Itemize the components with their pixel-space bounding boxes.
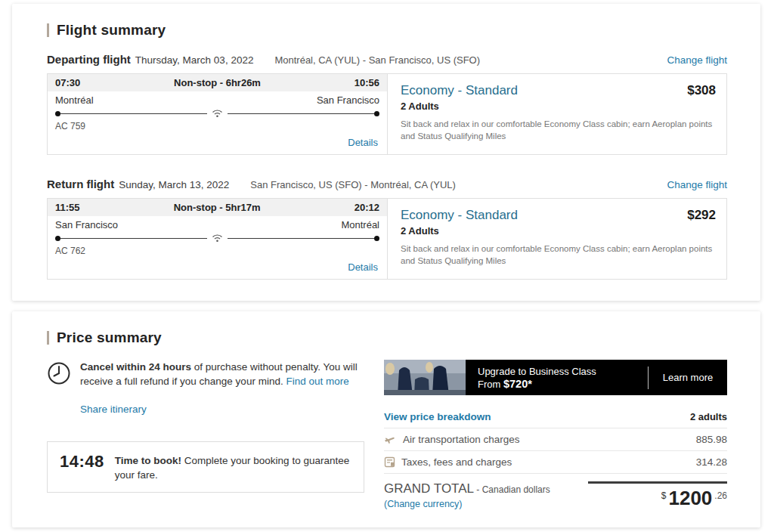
- flight-number: AC 759: [48, 119, 387, 131]
- upgrade-banner[interactable]: Upgrade to Business Class From $720* Lea…: [384, 360, 727, 395]
- destination-dot: [374, 236, 379, 241]
- fare-description: Sit back and relax in our comfortable Ec…: [401, 119, 716, 142]
- fare-passengers: 2 Adults: [401, 101, 716, 112]
- origin-city: San Francisco: [55, 219, 118, 230]
- return-cities-row: San Francisco Montréal: [48, 216, 387, 230]
- arrival-time: 10:56: [354, 77, 379, 88]
- return-flight-date: Sunday, March 13, 2022: [119, 179, 229, 190]
- origin-dot: [55, 236, 60, 241]
- cancel-policy-text: Cancel within 24 hours of purchase witho…: [80, 360, 364, 388]
- fare-price: $308: [687, 83, 716, 98]
- return-details-link[interactable]: Details: [348, 261, 378, 273]
- origin-dot: [55, 111, 60, 116]
- cancel-policy-row: Cancel within 24 hours of purchase witho…: [47, 360, 364, 388]
- grand-total-row: GRAND TOTAL - Canadian dollars (Change c…: [384, 481, 727, 510]
- change-currency-link[interactable]: (Change currency): [384, 499, 463, 509]
- price-summary-heading: Price summary: [47, 329, 727, 346]
- return-times-row: 11:55 Non-stop - 5hr17m 20:12: [48, 199, 387, 216]
- time-to-book-bold: Time to book!: [115, 455, 181, 466]
- route-rail: [60, 238, 207, 239]
- stop-duration-info: Non-stop - 6hr26m: [174, 77, 261, 88]
- booking-countdown-timer: 14:48: [60, 452, 104, 472]
- wifi-icon: [212, 234, 223, 243]
- destination-city: San Francisco: [317, 94, 379, 106]
- fare-class-name: Economy - Standard: [401, 208, 518, 223]
- heading-accent-bar: [47, 331, 49, 345]
- route-rail: [228, 113, 374, 114]
- currency-symbol: $: [661, 490, 667, 501]
- find-out-more-link[interactable]: Find out more: [286, 376, 348, 387]
- clock-icon: [47, 360, 71, 388]
- return-fare-panel: Economy - Standard $292 2 Adults Sit bac…: [388, 199, 726, 279]
- time-to-book-box: 14:48 Time to book! Complete your bookin…: [47, 441, 364, 492]
- cancel-policy-bold: Cancel within 24 hours: [80, 361, 191, 373]
- departing-flight-details: 07:30 Non-stop - 6hr26m 10:56 Montréal S…: [48, 74, 388, 154]
- time-to-book-text: Time to book! Complete your booking to g…: [115, 452, 351, 481]
- return-flight-details: 11:55 Non-stop - 5hr17m 20:12 San Franci…: [48, 199, 388, 279]
- return-flight-box: 11:55 Non-stop - 5hr17m 20:12 San Franci…: [47, 198, 727, 280]
- return-flight-route: San Francisco, US (SFO) - Montréal, CA (…: [250, 179, 456, 190]
- grand-total-label: GRAND TOTAL: [384, 481, 474, 496]
- departure-time: 07:30: [55, 77, 80, 88]
- upgrade-price: $720*: [503, 378, 532, 390]
- charge-label: Taxes, fees and charges: [401, 456, 512, 468]
- view-price-breakdown-link[interactable]: View price breakdown: [384, 411, 491, 422]
- change-departing-flight-link[interactable]: Change flight: [667, 54, 727, 66]
- wifi-icon: [212, 109, 223, 118]
- destination-city: Montréal: [341, 219, 379, 230]
- stop-duration-info: Non-stop - 5hr17m: [174, 202, 261, 213]
- destination-dot: [374, 111, 379, 116]
- page-title: Flight summary: [57, 22, 166, 39]
- departing-flight-header: Departing flight Thursday, March 03, 202…: [47, 53, 727, 66]
- flight-number: AC 762: [48, 243, 387, 256]
- charge-label: Air transportation charges: [403, 434, 520, 445]
- departing-times-row: 07:30 Non-stop - 6hr26m 10:56: [48, 74, 387, 91]
- share-itinerary-link[interactable]: Share itinerary: [80, 404, 147, 415]
- charge-value: 885.98: [696, 434, 727, 445]
- arrival-time: 20:12: [354, 202, 379, 213]
- route-rail: [60, 113, 207, 114]
- fare-price: $292: [687, 208, 716, 223]
- business-class-seats-photo: [384, 360, 466, 395]
- price-summary-card: Price summary Cancel within 24 hours of …: [12, 311, 760, 527]
- flight-summary-heading: Flight summary: [47, 22, 727, 39]
- flight-summary-card: Flight summary Departing flight Thursday…: [12, 4, 760, 301]
- return-flight-label: Return flight: [47, 178, 114, 190]
- fare-passengers: 2 Adults: [401, 225, 716, 237]
- heading-accent-bar: [47, 23, 49, 37]
- grand-total-value: 1200: [668, 488, 712, 508]
- departure-time: 11:55: [55, 202, 80, 213]
- taxes-icon: [384, 456, 395, 468]
- departing-flight-date: Thursday, March 03, 2022: [135, 54, 254, 66]
- air-transportation-row: Air transportation charges 885.98: [384, 428, 727, 451]
- grand-total-currency-note: - Canadian dollars: [474, 484, 550, 495]
- fare-class-name: Economy - Standard: [401, 83, 518, 98]
- departing-cities-row: Montréal San Francisco: [48, 91, 387, 106]
- price-summary-title: Price summary: [57, 329, 162, 346]
- departing-flight-label: Departing flight: [47, 53, 131, 66]
- grand-total-divider: [588, 481, 727, 484]
- upgrade-banner-text: Upgrade to Business Class From $720*: [466, 360, 648, 395]
- fare-description: Sit back and relax in our comfortable Ec…: [401, 243, 716, 267]
- route-line: [55, 233, 379, 243]
- departing-fare-panel: Economy - Standard $308 2 Adults Sit bac…: [388, 74, 726, 154]
- charge-value: 314.28: [696, 456, 727, 468]
- return-flight-header: Return flight Sunday, March 13, 2022 San…: [47, 178, 727, 190]
- grand-total-labels: GRAND TOTAL - Canadian dollars (Change c…: [384, 481, 550, 510]
- grand-total-amount-block: $ 1200 .26: [588, 481, 727, 510]
- price-breakdown-header: View price breakdown 2 adults: [384, 406, 727, 428]
- route-line: [55, 108, 379, 119]
- route-rail: [228, 238, 374, 239]
- departing-details-link[interactable]: Details: [348, 137, 378, 148]
- airplane-icon: [384, 435, 397, 445]
- origin-city: Montréal: [55, 94, 94, 106]
- adults-count: 2 adults: [690, 411, 727, 422]
- departing-flight-route: Montréal, CA (YUL) - San Francisco, US (…: [274, 54, 480, 66]
- departing-flight-box: 07:30 Non-stop - 6hr26m 10:56 Montréal S…: [47, 73, 727, 155]
- grand-total-cents: .26: [714, 490, 727, 501]
- taxes-fees-row: Taxes, fees and charges 314.28: [384, 451, 727, 474]
- change-return-flight-link[interactable]: Change flight: [667, 179, 727, 190]
- upgrade-banner-line1: Upgrade to Business Class: [478, 366, 596, 377]
- upgrade-banner-line2: From $720*: [478, 378, 596, 390]
- learn-more-button[interactable]: Learn more: [649, 360, 727, 395]
